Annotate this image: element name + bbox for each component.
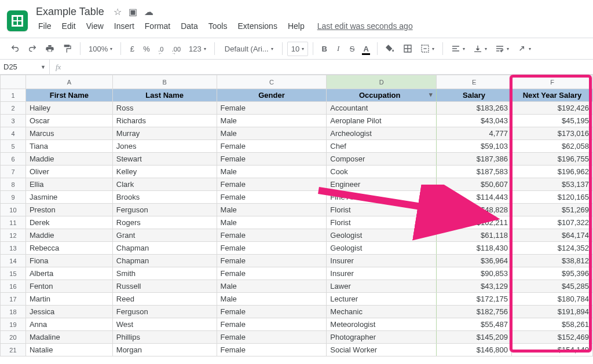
- increase-decimal-button[interactable]: .00→: [169, 42, 184, 56]
- cell[interactable]: Geologist: [327, 242, 437, 255]
- header-cell[interactable]: Next Year Salary: [512, 89, 593, 102]
- cell[interactable]: Female: [217, 267, 327, 280]
- cell[interactable]: Jones: [112, 140, 217, 153]
- cell[interactable]: $154,140: [512, 344, 593, 356]
- menu-tools[interactable]: Tools: [204, 19, 232, 33]
- cell[interactable]: Female: [217, 178, 327, 191]
- merge-cells-button[interactable]: [417, 42, 438, 56]
- vertical-align-button[interactable]: [470, 42, 490, 56]
- cell[interactable]: Female: [217, 153, 327, 166]
- cell[interactable]: Social Worker: [327, 344, 437, 356]
- cell[interactable]: Ferguson: [112, 306, 217, 318]
- number-format-select[interactable]: 123: [185, 42, 210, 56]
- horizontal-align-button[interactable]: [448, 42, 468, 56]
- row-header[interactable]: 3: [1, 115, 26, 127]
- cell[interactable]: Alberta: [25, 267, 112, 280]
- cell[interactable]: Rogers: [112, 216, 217, 229]
- header-cell[interactable]: Gender: [217, 89, 327, 102]
- cell[interactable]: $43,043: [437, 115, 512, 127]
- cell[interactable]: Clark: [112, 178, 217, 191]
- last-edit-link[interactable]: Last edit was seconds ago: [317, 21, 413, 31]
- cell[interactable]: West: [112, 318, 217, 331]
- cell[interactable]: Ellia: [25, 178, 112, 191]
- row-header[interactable]: 18: [1, 306, 26, 318]
- cell[interactable]: Male: [217, 280, 327, 293]
- bold-button[interactable]: B: [318, 42, 331, 56]
- cell[interactable]: $51,269: [512, 204, 593, 216]
- row-header[interactable]: 10: [1, 204, 26, 216]
- col-header-B[interactable]: B: [112, 75, 217, 89]
- font-select[interactable]: Default (Ari...: [219, 42, 277, 56]
- header-cell[interactable]: First Name: [25, 89, 112, 102]
- cell[interactable]: $45,285: [512, 280, 593, 293]
- col-header-D[interactable]: D: [327, 75, 437, 89]
- cell[interactable]: Ross: [112, 102, 217, 115]
- cell[interactable]: Female: [217, 140, 327, 153]
- row-header[interactable]: 12: [1, 229, 26, 242]
- filter-icon[interactable]: ▾: [429, 91, 433, 98]
- cell[interactable]: Brooks: [112, 191, 217, 204]
- cell[interactable]: Fiona: [25, 255, 112, 267]
- star-icon[interactable]: ☆: [114, 6, 122, 17]
- row-header[interactable]: 7: [1, 166, 26, 178]
- select-all-corner[interactable]: [1, 75, 26, 89]
- cell[interactable]: Chef: [327, 140, 437, 153]
- cell[interactable]: Lecturer: [327, 293, 437, 306]
- menu-file[interactable]: File: [34, 19, 56, 33]
- sheets-logo-icon[interactable]: [7, 10, 28, 31]
- cell[interactable]: Oliver: [25, 166, 112, 178]
- cell[interactable]: Marcus: [25, 127, 112, 140]
- document-title[interactable]: Example Table: [34, 5, 107, 19]
- menu-insert[interactable]: Insert: [109, 19, 139, 33]
- cell[interactable]: Aeroplane Pilot: [327, 115, 437, 127]
- col-header-C[interactable]: C: [217, 75, 327, 89]
- cell[interactable]: Reed: [112, 293, 217, 306]
- cell[interactable]: Chapman: [112, 242, 217, 255]
- cell[interactable]: Female: [217, 255, 327, 267]
- row-header[interactable]: 15: [1, 267, 26, 280]
- cell[interactable]: Lawer: [327, 280, 437, 293]
- cell[interactable]: $145,209: [437, 331, 512, 344]
- cell[interactable]: $38,812: [512, 255, 593, 267]
- cell[interactable]: Chapman: [112, 255, 217, 267]
- borders-button[interactable]: [400, 42, 416, 56]
- move-icon[interactable]: ▣: [129, 6, 137, 17]
- cell[interactable]: Insurer: [327, 267, 437, 280]
- row-header[interactable]: 6: [1, 153, 26, 166]
- cell[interactable]: Fenton: [25, 280, 112, 293]
- menu-format[interactable]: Format: [140, 19, 175, 33]
- cell[interactable]: Russell: [112, 280, 217, 293]
- cell[interactable]: Meteorologist: [327, 318, 437, 331]
- cell[interactable]: $187,583: [437, 166, 512, 178]
- cell[interactable]: Tiana: [25, 140, 112, 153]
- currency-button[interactable]: £: [126, 42, 138, 56]
- decrease-decimal-button[interactable]: .0←: [155, 42, 167, 56]
- cell[interactable]: $59,103: [437, 140, 512, 153]
- cell[interactable]: $120,165: [512, 191, 593, 204]
- menu-view[interactable]: View: [82, 19, 108, 33]
- cell[interactable]: Rebecca: [25, 242, 112, 255]
- menu-edit[interactable]: Edit: [57, 19, 80, 33]
- cell[interactable]: Insurer: [327, 255, 437, 267]
- cell[interactable]: $58,261: [512, 318, 593, 331]
- cell[interactable]: Martin: [25, 293, 112, 306]
- row-header[interactable]: 11: [1, 216, 26, 229]
- row-header[interactable]: 2: [1, 102, 26, 115]
- col-header-A[interactable]: A: [25, 75, 112, 89]
- cell[interactable]: Female: [217, 102, 327, 115]
- cell[interactable]: Hailey: [25, 102, 112, 115]
- row-header[interactable]: 5: [1, 140, 26, 153]
- cell[interactable]: Female: [217, 331, 327, 344]
- cell[interactable]: Male: [217, 127, 327, 140]
- menu-extensions[interactable]: Extensions: [233, 19, 281, 33]
- cell[interactable]: Male: [217, 115, 327, 127]
- cell[interactable]: $172,175: [437, 293, 512, 306]
- paint-format-button[interactable]: [59, 42, 75, 56]
- text-color-button[interactable]: [360, 42, 372, 56]
- cell[interactable]: Stewart: [112, 153, 217, 166]
- cell[interactable]: $48,828: [437, 204, 512, 216]
- cell[interactable]: $43,129: [437, 280, 512, 293]
- cell[interactable]: Male: [217, 204, 327, 216]
- cell[interactable]: $182,756: [437, 306, 512, 318]
- cell[interactable]: Anna: [25, 318, 112, 331]
